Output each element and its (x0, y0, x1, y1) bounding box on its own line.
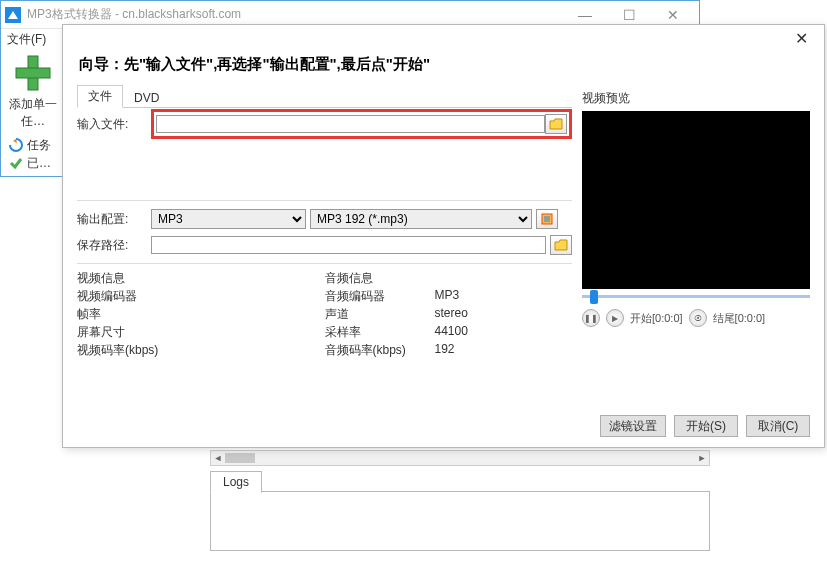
video-preview (582, 111, 810, 289)
app-icon (5, 7, 21, 23)
recycle-icon (9, 138, 23, 152)
save-path-label: 保存路径: (77, 237, 147, 254)
output-config-row: 输出配置: MP3 MP3 192 (*.mp3) (77, 207, 572, 231)
logs-tab[interactable]: Logs (210, 471, 262, 493)
wizard-footer: 滤镜设置 开始(S) 取消(C) (600, 415, 810, 437)
scrollbar-thumb[interactable] (225, 453, 255, 463)
wizard-titlebar: ✕ (63, 25, 824, 51)
output-config-label: 输出配置: (77, 211, 147, 228)
audio-bitrate-value: 192 (435, 342, 455, 360)
wizard-dialog: ✕ 向导：先"输入文件",再选择"输出配置",最后点"开始" 文件 DVD 输入… (62, 24, 825, 448)
bottom-area: ◄ ► Logs (210, 450, 710, 551)
video-info-heading: 视频信息 (77, 270, 187, 288)
start-button[interactable]: 开始(S) (674, 415, 738, 437)
time-start: 开始[0:0:0] (630, 311, 683, 326)
screen-size-label: 屏幕尺寸 (77, 324, 187, 342)
profile-icon (540, 212, 554, 226)
audio-codec-value: MP3 (435, 288, 460, 306)
input-file-highlight (151, 109, 572, 139)
svg-rect-2 (16, 68, 50, 78)
sample-rate-value: 44100 (435, 324, 468, 342)
cancel-button[interactable]: 取消(C) (746, 415, 810, 437)
input-file-row: 输入文件: (77, 112, 572, 136)
audio-codec-label: 音频编码器 (325, 288, 435, 306)
pause-button[interactable]: ❚❚ (582, 309, 600, 327)
input-file-label: 输入文件: (77, 116, 147, 133)
right-panel: 视频预览 ❚❚ ▶ 开始[0:0:0] ⦿ 结尾[0:0:0] (582, 86, 810, 360)
player-slider[interactable] (582, 289, 810, 303)
save-path-field[interactable] (151, 236, 546, 254)
tab-file[interactable]: 文件 (77, 85, 123, 108)
video-bitrate-label: 视频码率(kbps) (77, 342, 187, 360)
plus-icon (13, 53, 53, 93)
filter-settings-button[interactable]: 滤镜设置 (600, 415, 666, 437)
media-info: 视频信息 视频编码器 帧率 屏幕尺寸 视频码率(kbps) 音频信息 音频编码器… (77, 270, 572, 360)
folder-open-icon (549, 118, 563, 130)
logs-panel (210, 491, 710, 551)
close-icon[interactable]: ✕ (786, 29, 816, 48)
format-dropdown[interactable]: MP3 (151, 209, 306, 229)
video-codec-label: 视频编码器 (77, 288, 187, 306)
left-panel: 文件 DVD 输入文件: 输出配置: MP3 MP3 192 (*.mp3) (77, 86, 572, 360)
sample-rate-label: 采样率 (325, 324, 435, 342)
scroll-left-arrow[interactable]: ◄ (211, 451, 225, 465)
logs-tabstrip: Logs (210, 470, 710, 492)
tab-dvd[interactable]: DVD (123, 88, 170, 107)
profile-dropdown[interactable]: MP3 192 (*.mp3) (310, 209, 532, 229)
preview-label: 视频预览 (582, 86, 810, 111)
audio-bitrate-label: 音频码率(kbps) (325, 342, 435, 360)
profile-settings-button[interactable] (536, 209, 558, 229)
save-path-row: 保存路径: (77, 233, 572, 257)
check-icon (9, 156, 23, 170)
window-title: MP3格式转换器 - cn.blacksharksoft.com (27, 6, 563, 23)
player-slider-thumb[interactable] (590, 290, 598, 304)
input-file-field[interactable] (156, 115, 545, 133)
add-single-task-button[interactable]: 添加单一任… (7, 53, 59, 130)
audio-info-heading: 音频信息 (325, 270, 435, 288)
source-tabs: 文件 DVD (77, 86, 572, 108)
player-controls: ❚❚ ▶ 开始[0:0:0] ⦿ 结尾[0:0:0] (582, 309, 810, 327)
wizard-heading: 向导：先"输入文件",再选择"输出配置",最后点"开始" (63, 51, 824, 86)
channel-label: 声道 (325, 306, 435, 324)
mark-button[interactable]: ⦿ (689, 309, 707, 327)
time-end: 结尾[0:0:0] (713, 311, 766, 326)
fps-label: 帧率 (77, 306, 187, 324)
browse-input-button[interactable] (545, 114, 567, 134)
folder-open-icon (554, 239, 568, 251)
browse-save-button[interactable] (550, 235, 572, 255)
channel-value: stereo (435, 306, 468, 324)
horizontal-scrollbar[interactable]: ◄ ► (210, 450, 710, 466)
scroll-right-arrow[interactable]: ► (695, 451, 709, 465)
play-button[interactable]: ▶ (606, 309, 624, 327)
